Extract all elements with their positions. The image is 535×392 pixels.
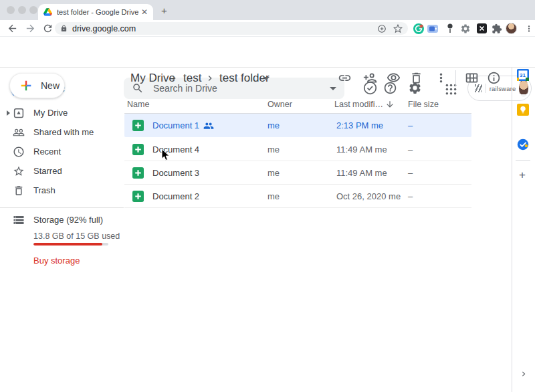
drive-header: Drive railsware — [0, 37, 535, 68]
browser-tab[interactable]: test folder - Google Drive ✕ — [38, 4, 153, 20]
sidebar-item-trash[interactable]: Trash — [0, 181, 124, 200]
tag-extension-icon[interactable] — [427, 23, 438, 34]
breadcrumb-separator-icon — [205, 73, 215, 84]
trash-icon — [13, 185, 25, 197]
railsware-logo-icon — [475, 84, 482, 92]
file-modified: 2:13 PM me — [336, 120, 383, 130]
address-bar[interactable] — [55, 22, 408, 35]
info-icon[interactable] — [487, 71, 501, 85]
browser-profile-avatar[interactable] — [506, 23, 517, 34]
file-owner: me — [268, 144, 280, 155]
file-size: – — [408, 168, 413, 178]
sort-descending-icon[interactable] — [385, 100, 395, 109]
folder-menu-caret-icon[interactable] — [263, 77, 270, 80]
sheets-file-icon — [132, 120, 144, 131]
google-keep-icon[interactable] — [517, 104, 529, 116]
preview-eye-icon[interactable] — [387, 71, 401, 85]
side-panel-divider — [512, 68, 512, 392]
column-header-owner[interactable]: Owner — [268, 100, 292, 109]
new-button-label: New — [41, 80, 60, 91]
sidebar-item-storage[interactable]: Storage (92% full) — [0, 210, 124, 229]
storage-bar-fill — [33, 243, 102, 246]
user-avatar[interactable] — [519, 80, 528, 97]
shared-indicator-icon — [203, 121, 214, 130]
extensions-puzzle-icon[interactable] — [491, 23, 502, 34]
grid-view-icon[interactable] — [465, 71, 479, 85]
file-name: Document 4 — [152, 144, 199, 155]
shared-people-icon — [13, 126, 25, 138]
sheets-file-icon — [132, 167, 144, 179]
sidebar-divider — [0, 207, 124, 208]
expand-panel-chevron-icon[interactable] — [519, 369, 528, 379]
column-header-size[interactable]: File size — [408, 100, 439, 109]
mouse-cursor — [161, 149, 170, 161]
tab-title: test folder - Google Drive — [57, 8, 141, 16]
file-size: – — [408, 191, 413, 201]
file-owner: me — [268, 168, 280, 178]
file-row[interactable]: Document 3 me 11:49 AM me – — [124, 161, 471, 185]
file-name: Document 1 — [152, 120, 214, 130]
sidebar-item-label: Recent — [33, 146, 61, 157]
buy-storage-link[interactable]: Buy storage — [33, 256, 80, 266]
sheets-file-icon — [132, 191, 144, 202]
bookmark-star-icon[interactable] — [393, 24, 403, 33]
more-actions-icon[interactable] — [434, 71, 448, 85]
file-name: Document 2 — [152, 191, 199, 201]
file-row[interactable]: Document 1 me 2:13 PM me – — [124, 114, 471, 137]
file-modified: 11:49 AM me — [336, 144, 387, 155]
pin-extension-icon[interactable] — [444, 23, 455, 34]
column-header-name[interactable]: Name — [127, 100, 149, 109]
reload-icon[interactable] — [42, 23, 54, 34]
gear-extension-icon[interactable] — [459, 23, 471, 34]
new-button[interactable]: New — [9, 73, 65, 98]
grammarly-extension-icon[interactable] — [413, 23, 424, 34]
page-zoom-icon[interactable] — [377, 24, 387, 33]
new-tab-button[interactable]: + — [161, 5, 167, 16]
sidebar-item-recent[interactable]: Recent — [0, 142, 124, 161]
url-input[interactable] — [72, 24, 377, 33]
get-link-icon[interactable] — [338, 71, 352, 85]
sidebar-item-my-drive[interactable]: My Drive — [0, 103, 124, 122]
share-person-add-icon[interactable] — [363, 71, 377, 85]
breadcrumb-separator-icon — [169, 73, 179, 84]
sheets-file-icon — [132, 144, 144, 155]
expand-caret-icon[interactable] — [7, 110, 10, 116]
tab-strip: test folder - Google Drive ✕ + — [0, 0, 535, 20]
x-square-extension-icon[interactable] — [476, 23, 488, 34]
tab-close-icon[interactable]: ✕ — [141, 8, 148, 16]
file-name: Document 3 — [152, 168, 199, 178]
browser-toolbar — [0, 20, 535, 37]
breadcrumb-test[interactable]: test — [183, 72, 201, 85]
file-row[interactable]: Document 2 me Oct 26, 2020 me – — [124, 185, 471, 208]
back-icon[interactable] — [7, 23, 18, 34]
file-modified: Oct 26, 2020 me — [336, 191, 401, 201]
google-tasks-icon[interactable] — [517, 138, 529, 151]
lock-icon — [60, 25, 68, 32]
sidebar-item-label: Trash — [33, 185, 56, 195]
storage-usage-text: 13.8 GB of 15 GB used — [33, 231, 120, 241]
sidebar-item-shared-with-me[interactable]: Shared with me — [0, 122, 124, 142]
storage-title: Storage (92% full) — [33, 215, 103, 225]
forward-icon[interactable] — [25, 23, 36, 34]
browser-menu-icon[interactable] — [523, 23, 534, 34]
file-row[interactable]: Document 4 me 11:49 AM me – — [124, 138, 471, 161]
delete-trash-icon[interactable] — [409, 71, 423, 85]
sidebar-item-starred[interactable]: Starred — [0, 161, 124, 181]
google-calendar-icon[interactable]: 31 — [517, 69, 529, 81]
browser-window: test folder - Google Drive ✕ + — [0, 0, 535, 392]
breadcrumb-current-folder[interactable]: test folder — [219, 72, 270, 85]
storage-icon — [13, 214, 25, 226]
new-plus-icon — [19, 78, 33, 93]
search-options-caret-icon[interactable] — [330, 87, 336, 90]
storage-progress-bar — [33, 243, 108, 246]
sidebar-item-label: Starred — [33, 166, 62, 176]
add-addon-button[interactable]: + — [519, 169, 526, 182]
window-close-button[interactable] — [7, 6, 15, 14]
column-header-modified[interactable]: Last modifi… — [334, 100, 383, 109]
window-zoom-button[interactable] — [29, 6, 37, 14]
svg-text:31: 31 — [520, 72, 526, 78]
file-size: – — [408, 144, 413, 155]
window-minimize-button[interactable] — [18, 6, 26, 14]
file-owner: me — [268, 191, 280, 201]
rail-divider — [516, 160, 530, 161]
